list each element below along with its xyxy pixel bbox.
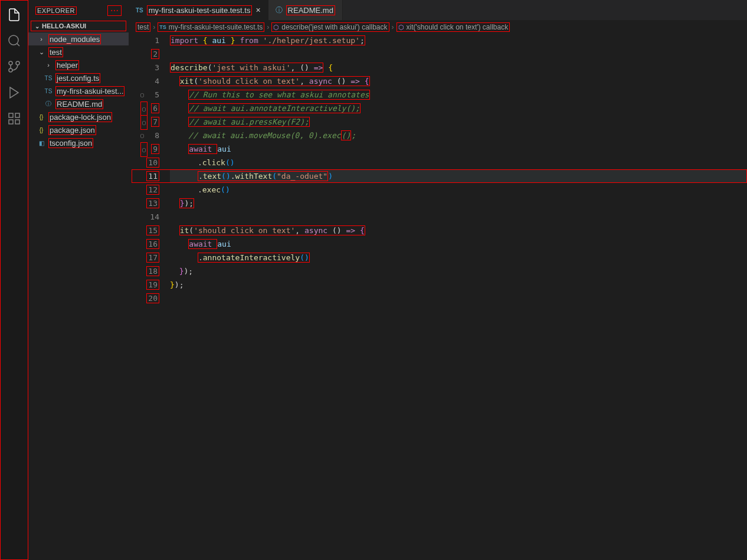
tree-item-label: node_modules (48, 34, 101, 44)
extensions-icon[interactable] (5, 109, 24, 128)
info-file-icon: ⓘ (276, 5, 283, 15)
gutter-bookmark-icon: ▢ (140, 142, 148, 157)
line-number: ▢8 (129, 129, 159, 142)
breadcrumbs[interactable]: test›TSmy-first-askui-test-suite.test.ts… (129, 21, 747, 34)
svg-rect-5 (9, 113, 13, 117)
breadcrumb-item[interactable]: test (136, 22, 150, 32)
tree-item-readme-md[interactable]: ⓘREADME.md (28, 97, 129, 110)
line-number: 11 (129, 169, 159, 183)
tabs: TSmy-first-askui-test-suite.test.ts×ⓘREA… (129, 0, 747, 21)
ts-file-icon: TS (136, 7, 143, 14)
files-icon[interactable] (5, 5, 24, 24)
breadcrumb-item[interactable]: ⬡xit('should click on text') callback (397, 22, 510, 32)
search-icon[interactable] (5, 31, 24, 50)
tree-item-jest-config-ts[interactable]: TSjest.config.ts (28, 71, 129, 84)
line-number: 10 (129, 156, 159, 169)
source-control-icon[interactable] (5, 57, 24, 76)
tree-item-label: package.json (48, 125, 96, 135)
code-line[interactable]: describe('jest with askui', () => { (170, 61, 747, 74)
line-number: 4 (129, 74, 159, 88)
code-line[interactable]: it('should click on text', async () => { (170, 224, 747, 237)
code-line[interactable] (170, 292, 747, 305)
chevron-down-icon: ⌄ (37, 48, 46, 56)
tab-label: my-first-askui-test-suite.test.ts (147, 5, 253, 15)
activity-bar (0, 0, 28, 560)
code-line[interactable]: }); (170, 197, 747, 210)
sidebar-actions-icon[interactable]: ⋯ (107, 5, 122, 16)
tree-item-label: my-first-askui-test... (55, 86, 125, 96)
code-line[interactable] (170, 47, 747, 61)
line-number: 2 (129, 47, 159, 61)
code-line[interactable]: .annotateInteractively() (170, 251, 747, 264)
tree-item-test[interactable]: ⌄test (28, 45, 129, 58)
tab-label: README.md (286, 5, 335, 15)
code-line[interactable]: .click() (170, 156, 747, 169)
breadcrumb-separator-icon: › (267, 23, 269, 31)
tree-item-tsconfig-json[interactable]: ◧tsconfig.json (28, 136, 129, 149)
code-line[interactable]: // await aui.pressKey(F2); (170, 115, 747, 129)
chevron-right-icon: › (44, 61, 53, 68)
code-line[interactable]: xit('should click on text', async () => … (170, 74, 747, 88)
tree-item-package-lock-json[interactable]: {}package-lock.json (28, 110, 129, 123)
tree-item-package-json[interactable]: {}package.json (28, 123, 129, 136)
folder-header[interactable]: ⌄ HELLO-ASKUI (31, 21, 126, 31)
tree-item-my-first-askui-test---[interactable]: TSmy-first-askui-test... (28, 84, 129, 97)
line-number: 18 (129, 264, 159, 278)
code-line[interactable]: await aui (170, 237, 747, 251)
folder-name: HELLO-ASKUI (42, 22, 86, 30)
code-line[interactable] (170, 210, 747, 224)
code-editor[interactable]: 1234▢5▢6▢7▢8▢91011121314151617181920 imp… (129, 34, 747, 560)
svg-rect-7 (9, 120, 13, 124)
sidebar-header: EXPLORER ⋯ (28, 0, 129, 21)
breadcrumb-item[interactable]: TSmy-first-askui-test-suite.test.ts (158, 22, 264, 32)
symbol-icon: ⬡ (273, 24, 279, 31)
chevron-right-icon: › (37, 35, 46, 42)
tree-item-label: tsconfig.json (48, 138, 93, 148)
code-line[interactable]: .exec() (170, 183, 747, 197)
file-tree: ›node_modules⌄test›helperTSjest.config.t… (28, 31, 129, 560)
line-number: 19 (129, 278, 159, 292)
tree-item-helper[interactable]: ›helper (28, 58, 129, 71)
tsconfig-file-icon: ◧ (37, 140, 46, 146)
line-number: 1 (129, 34, 159, 47)
run-debug-icon[interactable] (5, 83, 24, 102)
breadcrumb-label: describe('jest with askui') callback (281, 23, 387, 31)
gutter-bookmark-icon: ▢ (140, 101, 148, 116)
tab-readme-md[interactable]: ⓘREADME.md (268, 0, 343, 20)
svg-rect-6 (15, 113, 19, 117)
line-gutter: 1234▢5▢6▢7▢8▢91011121314151617181920 (129, 34, 170, 560)
line-number: 3 (129, 61, 159, 74)
breadcrumb-label: test (137, 23, 149, 31)
breadcrumb-separator-icon: › (153, 23, 155, 31)
code-line[interactable]: // await aui.annotateInteractively(); (170, 101, 747, 115)
line-number: 14 (129, 210, 159, 224)
svg-point-1 (16, 61, 19, 65)
tree-item-label: helper (55, 60, 79, 70)
code-line[interactable]: // await aui.moveMouse(0, 0).exec(); (170, 129, 747, 142)
svg-marker-4 (10, 87, 18, 98)
code-line[interactable]: await aui (170, 142, 747, 156)
gutter-bookmark-icon: ▢ (140, 129, 144, 142)
code-content[interactable]: import { aui } from './helper/jest.setup… (170, 34, 747, 560)
info-file-icon: ⓘ (44, 100, 53, 108)
ts-file-icon: TS (44, 75, 53, 81)
tab-my-first-askui-test-suite-test-ts[interactable]: TSmy-first-askui-test-suite.test.ts× (129, 0, 268, 20)
code-line[interactable]: }); (170, 278, 747, 292)
gutter-bookmark-icon: ▢ (140, 115, 148, 130)
json-file-icon: {} (37, 114, 46, 120)
ts-file-icon: TS (159, 24, 166, 30)
code-line[interactable]: import { aui } from './helper/jest.setup… (170, 34, 747, 47)
code-line[interactable]: }); (170, 264, 747, 278)
tree-item-node-modules[interactable]: ›node_modules (28, 32, 129, 45)
sidebar: EXPLORER ⋯ ⌄ HELLO-ASKUI ›node_modules⌄t… (28, 0, 129, 560)
breadcrumb-label: xit('should click on text') callback (407, 23, 509, 31)
line-number: 12 (129, 183, 159, 197)
sidebar-title: EXPLORER (35, 6, 77, 15)
code-line[interactable]: // Run this to see what askui annotates (170, 88, 747, 101)
breadcrumb-item[interactable]: ⬡describe('jest with askui') callback (271, 22, 389, 32)
line-number: 17 (129, 251, 159, 264)
line-number: 13 (129, 197, 159, 210)
code-line[interactable]: .text().withText("da_-oduet") (170, 169, 747, 183)
close-icon[interactable]: × (255, 5, 260, 15)
tree-item-label: README.md (55, 99, 103, 109)
